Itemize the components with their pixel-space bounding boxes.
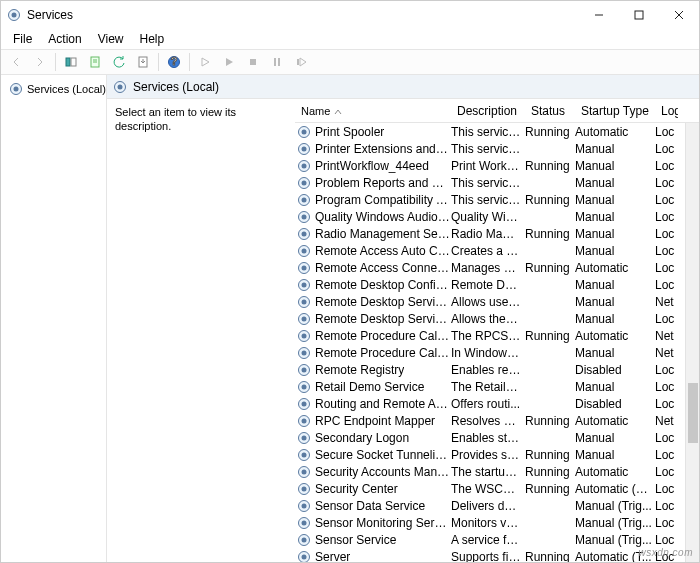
col-header-startup[interactable]: Startup Type xyxy=(575,99,655,122)
service-row[interactable]: Security CenterThe WSCSV...RunningAutoma… xyxy=(295,480,699,497)
service-icon xyxy=(297,448,311,462)
service-row[interactable]: Sensor Data ServiceDelivers dat...Manual… xyxy=(295,497,699,514)
service-description: Delivers dat... xyxy=(451,499,525,513)
svg-rect-7 xyxy=(71,58,76,66)
service-row[interactable]: Retail Demo ServiceThe Retail D...Manual… xyxy=(295,378,699,395)
refresh-button[interactable] xyxy=(108,51,130,73)
col-header-status[interactable]: Status xyxy=(525,99,575,122)
service-row[interactable]: Program Compatibility Assi...This servic… xyxy=(295,191,699,208)
service-startup: Manual xyxy=(575,210,655,224)
service-description: This service ... xyxy=(451,142,525,156)
service-row[interactable]: Sensor Monitoring ServiceMonitors va...M… xyxy=(295,514,699,531)
service-description: Radio Mana... xyxy=(451,227,525,241)
service-startup: Manual xyxy=(575,227,655,241)
service-row[interactable]: Secondary LogonEnables star...ManualLoc xyxy=(295,429,699,446)
menu-action[interactable]: Action xyxy=(40,30,89,48)
service-row[interactable]: Problem Reports and Soluti...This servic… xyxy=(295,174,699,191)
service-row[interactable]: Remote Procedure Call (RPC)The RPCSS ...… xyxy=(295,327,699,344)
service-name: Server xyxy=(315,550,350,563)
start-service-button[interactable] xyxy=(194,51,216,73)
svg-point-37 xyxy=(302,248,307,253)
maximize-button[interactable] xyxy=(619,1,659,29)
service-row[interactable]: Remote Desktop ServicesAllows user...Man… xyxy=(295,293,699,310)
service-description: A service fo... xyxy=(451,533,525,547)
separator xyxy=(55,53,56,71)
menu-view[interactable]: View xyxy=(90,30,132,48)
minimize-button[interactable] xyxy=(579,1,619,29)
service-icon xyxy=(297,176,311,190)
service-icon xyxy=(297,159,311,173)
service-description: Manages di... xyxy=(451,261,525,275)
service-row[interactable]: Remote Access Auto Conne...Creates a co.… xyxy=(295,242,699,259)
service-row[interactable]: Routing and Remote AccessOffers routi...… xyxy=(295,395,699,412)
service-startup: Automatic xyxy=(575,465,655,479)
separator xyxy=(189,53,190,71)
service-row[interactable]: Radio Management ServiceRadio Mana...Run… xyxy=(295,225,699,242)
service-icon xyxy=(297,244,311,258)
service-description: The Retail D... xyxy=(451,380,525,394)
service-row[interactable]: PrintWorkflow_44eedPrint Workfl...Runnin… xyxy=(295,157,699,174)
scroll-thumb[interactable] xyxy=(688,383,698,443)
service-row[interactable]: Security Accounts ManagerThe startup ...… xyxy=(295,463,699,480)
service-row[interactable]: Remote Procedure Call (RP...In Windows..… xyxy=(295,344,699,361)
restart-service-button[interactable] xyxy=(290,51,312,73)
service-logon: Loc xyxy=(655,159,679,173)
grid-header: Name Description Status Startup Type Log xyxy=(295,99,699,123)
svg-point-57 xyxy=(302,418,307,423)
stop-service-button[interactable] xyxy=(242,51,264,73)
service-row[interactable]: Sensor ServiceA service fo...Manual (Tri… xyxy=(295,531,699,548)
service-row[interactable]: RPC Endpoint MapperResolves RP...Running… xyxy=(295,412,699,429)
forward-button[interactable] xyxy=(29,51,51,73)
service-icon xyxy=(297,295,311,309)
col-header-name[interactable]: Name xyxy=(295,99,451,122)
description-pane: Select an item to view its description. xyxy=(107,99,295,562)
service-startup: Manual (Trig... xyxy=(575,533,655,547)
close-button[interactable] xyxy=(659,1,699,29)
service-row[interactable]: Printer Extensions and Notif...This serv… xyxy=(295,140,699,157)
tree-root-services-local[interactable]: Services (Local) xyxy=(5,79,102,99)
service-logon: Net xyxy=(655,295,679,309)
service-grid: Name Description Status Startup Type Log… xyxy=(295,99,699,562)
menu-help[interactable]: Help xyxy=(132,30,173,48)
svg-point-65 xyxy=(302,486,307,491)
service-startup: Manual xyxy=(575,295,655,309)
service-row[interactable]: Remote RegistryEnables rem...DisabledLoc xyxy=(295,361,699,378)
col-header-logon[interactable]: Log xyxy=(655,99,679,122)
svg-rect-17 xyxy=(297,59,299,65)
svg-point-55 xyxy=(302,401,307,406)
menu-file[interactable]: File xyxy=(5,30,40,48)
service-logon: Loc xyxy=(655,533,679,547)
service-icon xyxy=(297,227,311,241)
pause-service-button[interactable] xyxy=(266,51,288,73)
svg-text:?: ? xyxy=(171,55,178,67)
col-header-description[interactable]: Description xyxy=(451,99,525,122)
service-startup: Manual xyxy=(575,312,655,326)
back-button[interactable] xyxy=(5,51,27,73)
service-row[interactable]: Remote Desktop Services U...Allows the r… xyxy=(295,310,699,327)
service-logon: Loc xyxy=(655,397,679,411)
service-status: Running xyxy=(525,414,575,428)
export-list-button[interactable] xyxy=(132,51,154,73)
service-row[interactable]: Remote Access Connection...Manages di...… xyxy=(295,259,699,276)
service-description: The startup ... xyxy=(451,465,525,479)
vertical-scrollbar[interactable] xyxy=(685,123,699,562)
service-logon: Loc xyxy=(655,380,679,394)
svg-point-59 xyxy=(302,435,307,440)
service-row[interactable]: Quality Windows Audio Vid...Quality Win.… xyxy=(295,208,699,225)
svg-point-35 xyxy=(302,231,307,236)
start-service-button-2[interactable] xyxy=(218,51,240,73)
service-status: Running xyxy=(525,550,575,563)
menubar: File Action View Help xyxy=(1,29,699,49)
properties-button[interactable] xyxy=(84,51,106,73)
svg-point-25 xyxy=(302,146,307,151)
help-button[interactable]: ? xyxy=(163,51,185,73)
service-row[interactable]: Secure Socket Tunneling Pr...Provides su… xyxy=(295,446,699,463)
service-icon xyxy=(297,329,311,343)
svg-point-49 xyxy=(302,350,307,355)
show-hide-tree-button[interactable] xyxy=(60,51,82,73)
pane-header-title: Services (Local) xyxy=(133,80,219,94)
service-row[interactable]: Print SpoolerThis service ...RunningAuto… xyxy=(295,123,699,140)
service-row[interactable]: Remote Desktop Configurat...Remote Des..… xyxy=(295,276,699,293)
description-placeholder: Select an item to view its description. xyxy=(115,106,236,132)
svg-point-69 xyxy=(302,520,307,525)
